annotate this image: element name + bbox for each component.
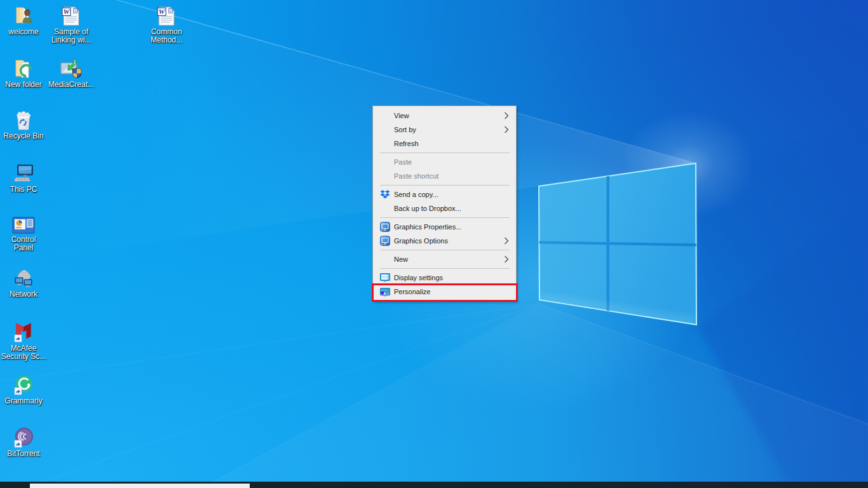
svg-text:W: W [159,8,166,15]
svg-text:W: W [64,8,71,15]
